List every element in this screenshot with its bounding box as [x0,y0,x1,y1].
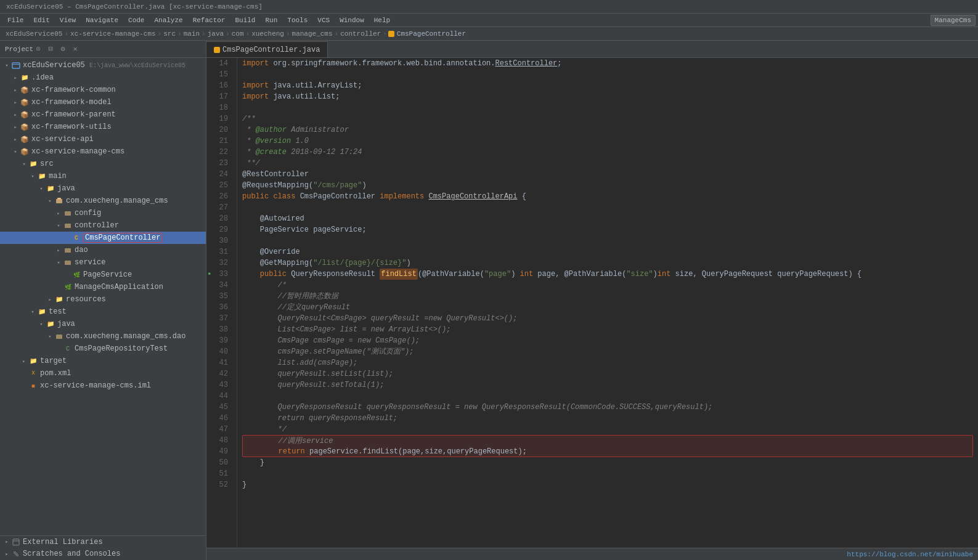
sidebar-item-dao[interactable]: dao [0,244,206,256]
menu-code[interactable]: Code [123,15,149,25]
sidebar-item-target[interactable]: 📁 target [0,355,206,367]
sidebar-item-scratches[interactable]: Scratches and Consoles [0,548,206,560]
sidebar-item-ext-libs[interactable]: External Libraries [0,535,206,548]
menu-run[interactable]: Run [260,15,282,25]
code-line-42: queryResult.setList(list); [242,368,978,379]
breadcrumb-item-main[interactable]: main [184,30,200,38]
sidebar-close-icon[interactable]: ✕ [70,44,80,54]
breadcrumb-sep-8: › [335,30,339,38]
sidebar-item-xc-framework-utils[interactable]: 📦 xc-framework-utils [0,121,206,133]
sidebar-item-xc-service-manage-cms[interactable]: 📦 xc-service-manage-cms [0,145,206,158]
sidebar-gear-icon[interactable]: ⚙ [58,44,68,54]
sidebar-root-label: xcEduService05 [23,61,85,70]
menu-vcs[interactable]: VCS [312,15,335,25]
menu-analyze[interactable]: Analyze [149,15,187,25]
tree-arrow-dao [54,246,63,254]
sidebar-item-test[interactable]: 📁 test [0,306,206,318]
iml-icon: ◼ [28,381,38,391]
menu-build[interactable]: Build [230,15,260,25]
folder-target-icon: 📁 [28,356,38,366]
folder-java-icon: 📁 [46,184,55,193]
module-xsa-icon: 📦 [20,134,30,144]
java-mapp-icon: 🌿 [63,282,73,292]
tree-arrow-xfu [11,123,20,131]
tree-arrow-ext [2,538,11,546]
sidebar-item-repo-test[interactable]: C CmsPageRepositoryTest [0,343,206,355]
sidebar-item-xc-framework-common[interactable]: 📦 xc-framework-common [0,84,206,96]
breadcrumb-item-xuecheng[interactable]: xuecheng [251,30,284,38]
breadcrumb-item-controller[interactable]: controller [340,30,381,38]
module-xsmc-icon: 📦 [20,147,30,156]
breadcrumb-item-src[interactable]: src [163,30,176,38]
breadcrumb-bar: xcEduService05 › xc-service-manage-cms ›… [0,27,978,41]
sidebar-item-iml[interactable]: ◼ xc-service-manage-cms.iml [0,379,206,392]
sidebar-item-controller[interactable]: controller [0,219,206,232]
sidebar-cpc-label: CmsPageController [83,233,162,243]
menu-tools[interactable]: Tools [282,15,312,25]
sidebar-item-idea[interactable]: 📁 .idea [0,71,206,84]
code-line-17: import java.util.List; [242,91,978,102]
module-xfc-icon: 📦 [20,85,30,95]
tree-arrow-idea [11,73,20,82]
folder-res-icon: 📁 [54,294,64,304]
manage-button[interactable]: ManageCms [931,15,976,26]
folder-main-icon: 📁 [37,171,47,181]
sidebar-item-service[interactable]: service [0,256,206,269]
sidebar-item-xc-service-api[interactable]: 📦 xc-service-api [0,133,206,145]
folder-src-icon: 📁 [28,159,38,169]
code-line-20: * @author Administrator [242,124,978,136]
sidebar-main-label: main [49,172,67,181]
breadcrumb-item-project[interactable]: xcEduService05 [6,30,62,38]
sidebar-item-root[interactable]: xcEduService05 E:\java_www\xcEduService0… [0,59,206,71]
sidebar-item-resources[interactable]: 📁 resources [0,293,206,306]
tab-cms-page-ctrl[interactable]: CmsPageController.java [206,41,328,57]
sidebar-collapse-icon[interactable]: ⊟ [46,44,55,54]
package-root-icon [54,196,64,206]
sidebar-item-page-service[interactable]: 🌿 PageService [0,269,206,281]
breadcrumb-item-com[interactable]: com [232,30,244,38]
tab-icon [214,47,220,53]
sidebar-item-manage-app[interactable]: 🌿 ManageCmsApplication [0,281,206,293]
sidebar-item-xc-framework-model[interactable]: 📦 xc-framework-model [0,96,206,108]
code-line-38: List<CmsPage> list = new ArrayList<>(); [242,324,978,335]
sidebar-item-main[interactable]: 📁 main [0,170,206,182]
menu-view[interactable]: View [55,15,81,25]
sidebar-item-src[interactable]: 📁 src [0,158,206,170]
sidebar-xfp-label: xc-framework-parent [31,110,116,119]
sidebar-item-cms-page-ctrl[interactable]: C CmsPageController [0,232,206,244]
sidebar-item-config[interactable]: config [0,207,206,219]
code-content[interactable]: import org.springframework.framework.web… [237,58,978,548]
sidebar-item-java-src[interactable]: 📁 java [0,182,206,195]
breadcrumb-item-class[interactable]: CmsPageController [397,30,466,38]
breadcrumb-sep-6: › [246,30,250,38]
menu-edit[interactable]: Edit [28,15,54,25]
menu-refactor[interactable]: Refactor [188,15,230,25]
tree-arrow-target [20,357,28,365]
sidebar-item-test-java[interactable]: 📁 java [0,318,206,330]
sidebar-item-package-root[interactable]: com.xuecheng.manage_cms [0,195,206,207]
svg-rect-4 [65,211,71,216]
tab-label: CmsPageController.java [222,46,320,54]
sidebar-sync-icon[interactable]: ⊙ [33,44,43,54]
menu-navigate[interactable]: Navigate [81,15,123,25]
code-line-52: } [242,479,978,490]
sidebar-config-label: config [75,209,101,217]
svg-rect-5 [65,224,71,228]
sidebar-item-xc-framework-parent[interactable]: 📦 xc-framework-parent [0,108,206,121]
sidebar-item-pkg-dao[interactable]: com.xuecheng.manage_cms.dao [0,330,206,343]
code-line-29: PageService pageService; [242,224,978,235]
menu-help[interactable]: Help [369,15,395,25]
code-line-48: //调用service [242,435,973,446]
sidebar-title: Project [5,46,33,53]
title-text: xcEduService05 – CmsPageController.java … [6,3,263,10]
menu-window[interactable]: Window [335,15,369,25]
breadcrumb-item-module[interactable]: xc-service-manage-cms [70,30,156,38]
sidebar-test-java-label: java [57,320,75,328]
package-config-icon [63,208,73,218]
menu-file[interactable]: File [2,15,28,25]
breadcrumb-item-manage-cms[interactable]: manage_cms [292,30,333,38]
sidebar-idea-label: .idea [31,73,54,82]
tree-arrow-config [54,209,63,217]
sidebar-item-pom[interactable]: X pom.xml [0,367,206,379]
breadcrumb-item-java[interactable]: java [208,30,224,38]
